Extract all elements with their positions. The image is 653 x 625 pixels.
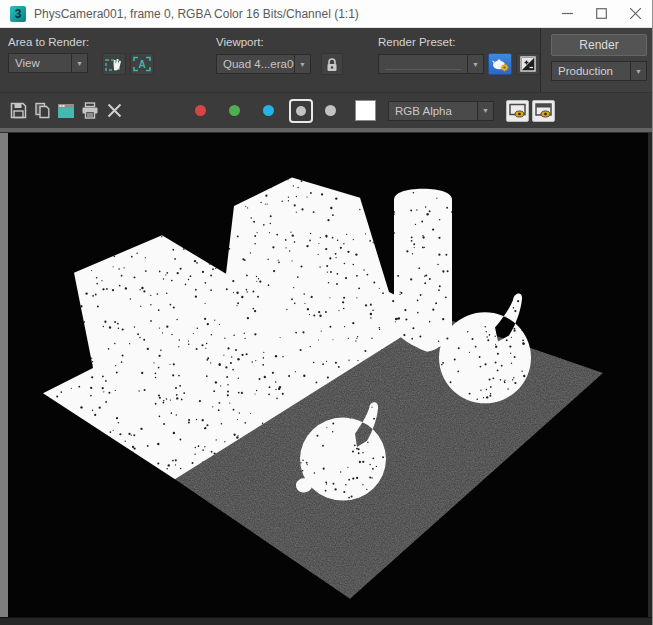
chevron-down-icon: ▼: [71, 54, 87, 72]
title-bar: 3 PhysCamera001, frame 0, RGBA Color 16 …: [0, 0, 652, 28]
red-channel-icon: [195, 105, 206, 116]
render-setup-button[interactable]: [488, 53, 512, 75]
toggle-ui-overlays-button[interactable]: [506, 100, 529, 122]
render-preset-value: [385, 60, 461, 70]
print-image-button[interactable]: [78, 99, 102, 123]
viewport-lock-button[interactable]: [321, 53, 343, 75]
render-image[interactable]: [8, 133, 648, 617]
app-icon: 3: [10, 6, 26, 22]
teapot-settings-icon: [491, 56, 509, 72]
channel-display-dropdown[interactable]: RGB Alpha ▼: [388, 101, 494, 121]
rendered-frame-window: 3 PhysCamera001, frame 0, RGBA Color 16 …: [0, 0, 653, 625]
edit-region-button[interactable]: [102, 53, 126, 75]
save-image-button[interactable]: [6, 99, 30, 123]
chevron-down-icon: ▼: [630, 62, 646, 80]
auto-region-icon: A: [133, 56, 151, 72]
chevron-down-icon: ▼: [467, 55, 483, 73]
printer-icon: [81, 102, 99, 119]
render-mode-dropdown[interactable]: Production ▼: [551, 61, 647, 81]
copy-icon: [34, 102, 51, 119]
viewport-gutter: [648, 133, 652, 617]
minimize-icon: [562, 8, 573, 19]
chevron-down-icon: ▼: [294, 55, 310, 73]
render-viewport: [0, 133, 652, 617]
viewport-value: Quad 4...era001: [217, 55, 294, 73]
alpha-channel-icon: [296, 106, 306, 116]
overlay-eye-icon: [509, 103, 526, 118]
svg-text:A: A: [138, 59, 145, 70]
area-to-render-dropdown[interactable]: View ▼: [8, 53, 88, 73]
display-toolbar: RGB Alpha ▼: [0, 92, 652, 128]
viewport-dropdown[interactable]: Quad 4...era001 ▼: [216, 54, 311, 74]
close-icon: [630, 8, 641, 19]
render-preset-dropdown[interactable]: ▼: [378, 54, 484, 74]
blue-channel-button[interactable]: [256, 99, 280, 123]
render-preset-label: Render Preset:: [378, 33, 540, 51]
render-panel: Render Production ▼: [540, 28, 653, 92]
exposure-control-button[interactable]: [516, 53, 540, 75]
viewport-label: Viewport:: [216, 33, 366, 51]
monochrome-button[interactable]: [318, 99, 342, 123]
clear-image-button[interactable]: [102, 99, 126, 123]
maximize-button[interactable]: [584, 0, 618, 28]
render-toolbar: Area to Render: View ▼: [0, 28, 652, 92]
render-mode-value: Production: [552, 62, 630, 80]
green-channel-icon: [229, 105, 240, 116]
bottom-frame: [0, 617, 652, 625]
maximize-icon: [596, 8, 607, 19]
close-button[interactable]: [618, 0, 652, 28]
auto-region-button[interactable]: A: [130, 53, 154, 75]
window-eye-icon: [535, 103, 552, 118]
chevron-down-icon: ▼: [477, 102, 493, 120]
window-title: PhysCamera001, frame 0, RGBA Color 16 Bi…: [34, 7, 550, 21]
save-icon: [10, 102, 27, 119]
viewport-gutter: [0, 133, 8, 617]
red-channel-button[interactable]: [188, 99, 212, 123]
minimize-button[interactable]: [550, 0, 584, 28]
clone-window-icon: [57, 103, 75, 119]
color-swatch[interactable]: [355, 100, 376, 121]
green-channel-button[interactable]: [222, 99, 246, 123]
monochrome-icon: [325, 105, 336, 116]
channel-display-value: RGB Alpha: [389, 102, 477, 120]
render-button[interactable]: Render: [551, 34, 647, 56]
area-to-render-label: Area to Render:: [8, 33, 138, 51]
clone-rendered-frame-button[interactable]: [54, 99, 78, 123]
exposure-icon: [520, 56, 536, 72]
x-icon: [107, 103, 122, 118]
alpha-channel-button[interactable]: [289, 99, 313, 123]
region-hand-icon: [105, 56, 123, 72]
lock-icon: [325, 57, 339, 72]
area-to-render-value: View: [9, 54, 71, 72]
copy-image-button[interactable]: [30, 99, 54, 123]
blue-channel-icon: [263, 105, 274, 116]
toggle-ui-button[interactable]: [532, 100, 555, 122]
